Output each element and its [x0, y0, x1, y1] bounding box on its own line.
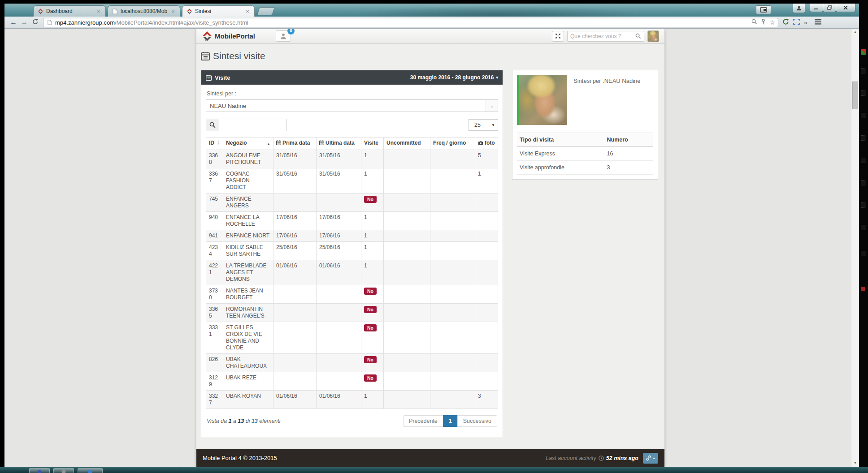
table-row[interactable]: 3327UBAK ROYAN01/06/1601/06/1613 — [206, 391, 498, 409]
gadget-icon[interactable] — [861, 225, 866, 230]
table-row[interactable]: 3331ST GILLES CROIX DE VIE BONNIE AND CL… — [206, 322, 498, 354]
page-size-select[interactable]: 25 ▼ — [469, 119, 498, 131]
gadget-icon[interactable] — [861, 135, 866, 141]
cell-freq-giorno — [430, 285, 475, 304]
table-row[interactable]: 745ENFANCE ANGERSNo — [206, 194, 498, 212]
close-button[interactable] — [836, 4, 855, 12]
cell-negozio: LA TREMBLADE ANGES ET DEMONS — [223, 260, 273, 285]
column-header-foto[interactable]: foto — [475, 138, 498, 150]
table-row[interactable]: 826UBAK CHATEAUROUXNo — [206, 354, 498, 372]
browser-profile-button[interactable] — [793, 4, 805, 13]
forward-button[interactable]: → — [19, 19, 30, 26]
address-bar[interactable]: mp4.zanniergroup.com/MobilePortal4/index… — [43, 18, 778, 27]
taskbar-app-button[interactable] — [53, 468, 74, 473]
table-row[interactable]: 3365ROMORANTIN TEEN ANGEL'SNo — [206, 304, 498, 322]
cell-freq-giorno — [430, 372, 475, 391]
browser-menu-icon[interactable] — [815, 18, 821, 26]
scroll-down-arrow[interactable]: ▼ — [851, 460, 859, 467]
bookmark-star-icon[interactable]: ☆ — [769, 19, 775, 26]
cell-foto — [475, 242, 498, 260]
cell-ultima-data — [317, 322, 361, 354]
page-viewport: 4 MobilePortal 0 — [4, 29, 859, 467]
cell-ultima-data: 01/06/16 — [317, 391, 361, 409]
fullscreen-button[interactable] — [552, 31, 564, 42]
column-header-uncommitted[interactable]: Uncommitted — [384, 138, 430, 150]
scrollbar-thumb[interactable] — [852, 82, 858, 109]
tab-close-icon[interactable]: × — [170, 8, 176, 15]
column-header-negozio[interactable]: Negozio▲ — [223, 138, 273, 150]
gadget-icon[interactable] — [861, 49, 866, 55]
column-header-id[interactable]: ID▲▼ — [206, 138, 223, 150]
table-row[interactable]: 941ENFANCE NIORT17/06/1617/06/161 — [206, 230, 498, 242]
gadget-icon[interactable] — [861, 251, 866, 256]
maximize-button[interactable] — [823, 4, 836, 12]
cell-negozio: ENFANCE ANGERS — [223, 194, 273, 212]
cell-freq-giorno — [430, 212, 475, 230]
table-header-row: ID▲▼ Negozio▲ Prima data Ultima data Vis… — [206, 138, 498, 150]
table-row[interactable]: 3367COGNAC FASHION ADDICT31/05/1631/05/1… — [206, 168, 498, 194]
back-button[interactable]: ← — [8, 19, 19, 26]
password-key-icon[interactable] — [761, 19, 766, 26]
gadget-icon[interactable] — [861, 180, 866, 185]
summary-col-numero: Numero — [604, 133, 653, 147]
overflow-chevron-icon[interactable]: » — [804, 19, 807, 26]
browser-window: Dashboard × localhost:8080/MobilePor × S… — [4, 4, 859, 467]
cell-freq-giorno — [430, 322, 475, 354]
table-search-input[interactable] — [219, 119, 286, 131]
pagination-page-1-button[interactable]: 1 — [443, 415, 458, 427]
no-badge: No — [364, 324, 377, 331]
tab-close-icon[interactable]: × — [95, 8, 102, 15]
cell-visite: 1 — [361, 260, 384, 285]
column-header-visite[interactable]: Visite — [361, 138, 384, 150]
taskbar-app-button[interactable] — [78, 468, 103, 473]
browser-tab-localhost[interactable]: localhost:8080/MobilePor × — [108, 5, 180, 17]
reload-button[interactable] — [30, 19, 40, 26]
visits-panel-body: Sintesi per : NEAU Nadine ⌄ — [201, 85, 503, 437]
frame-extension-icon[interactable] — [793, 18, 800, 26]
gadget-icon[interactable] — [861, 287, 865, 291]
column-header-ultima-data[interactable]: Ultima data — [317, 138, 361, 150]
scroll-up-arrow[interactable]: ▲ — [851, 29, 859, 36]
cell-uncommitted — [384, 372, 430, 391]
quick-links-button[interactable]: ▲ — [643, 453, 658, 464]
summary-header-row: Tipo di visita Numero — [517, 133, 653, 147]
browser-tab-sintesi[interactable]: Sintesi × — [182, 5, 255, 17]
cell-freq-giorno — [430, 150, 475, 168]
brand-logo[interactable]: 4 MobilePortal — [202, 31, 255, 42]
tab-close-icon[interactable]: × — [244, 8, 251, 15]
table-row[interactable]: 4221LA TREMBLADE ANGES ET DEMONS01/06/16… — [206, 260, 498, 285]
column-header-prima-data[interactable]: Prima data — [273, 138, 317, 150]
table-row[interactable]: 940ENFANCE LA ROCHELLE17/06/1617/06/161 — [206, 212, 498, 230]
zoom-icon[interactable] — [751, 19, 757, 26]
display-switch-button[interactable] — [756, 5, 771, 14]
pagination-previous-button[interactable]: Precedente — [403, 415, 443, 427]
gadget-icon[interactable] — [861, 68, 866, 73]
person-select[interactable]: NEAU Nadine ⌄ — [206, 99, 498, 112]
gadget-icon[interactable] — [861, 158, 866, 163]
visits-panel: Visite 30 maggio 2016 - 28 giugno 2016 ▾… — [201, 70, 503, 437]
sync-extension-icon[interactable] — [782, 18, 789, 27]
table-row[interactable]: 4234KIDILIZ SABLE SUR SARTHE25/06/1625/0… — [206, 242, 498, 260]
mobileportal-favicon-icon — [186, 8, 193, 15]
global-search-input[interactable] — [570, 33, 635, 39]
date-range-selector[interactable]: 30 maggio 2016 - 28 giugno 2016 ▾ — [410, 74, 498, 81]
column-header-freq[interactable]: Freq / giorno — [430, 138, 475, 150]
new-tab-button[interactable] — [257, 7, 275, 15]
cell-visite: 1 — [361, 391, 384, 409]
taskbar-app-button[interactable] — [29, 468, 50, 473]
gadget-icon[interactable] — [861, 202, 866, 208]
user-avatar[interactable] — [647, 30, 659, 42]
cell-foto — [475, 304, 498, 322]
minimize-button[interactable] — [810, 4, 823, 12]
browser-tab-dashboard[interactable]: Dashboard × — [33, 5, 106, 17]
pagination-next-button[interactable]: Successivo — [457, 415, 497, 427]
gadget-icon[interactable] — [861, 113, 866, 118]
table-row[interactable]: 3368ANGOULEME PITCHOUNET31/05/1631/05/16… — [206, 150, 498, 168]
search-icon[interactable] — [635, 33, 641, 39]
notifications-button[interactable]: 0 — [276, 30, 291, 42]
table-row[interactable]: 3730NANTES JEAN BOURGETNo — [206, 285, 498, 304]
table-row[interactable]: 3129UBAK REZENo — [206, 372, 498, 391]
cell-id: 826 — [206, 354, 223, 372]
gadget-icon[interactable] — [861, 90, 866, 96]
calendar-icon — [319, 140, 324, 145]
